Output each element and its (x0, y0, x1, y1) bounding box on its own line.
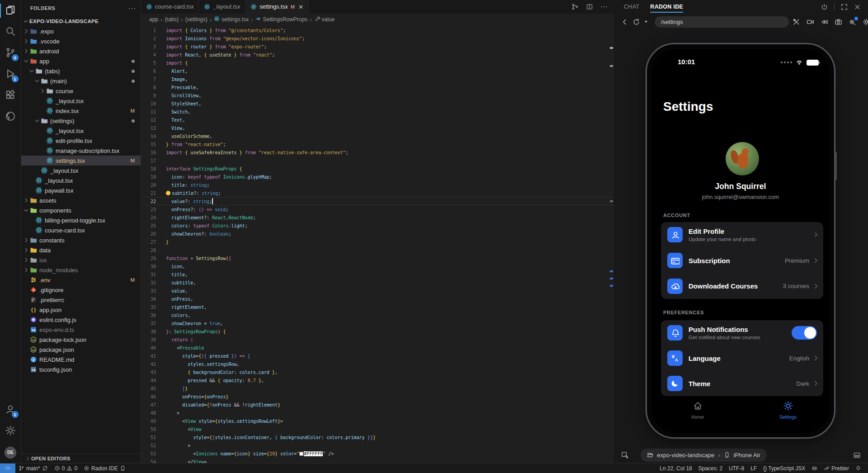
breadcrumb-item[interactable]: (tabs) (165, 16, 179, 23)
avatar[interactable] (726, 142, 759, 175)
settings-row-push-notifications[interactable]: Push NotificationsGet notified about new… (661, 320, 823, 345)
activity-source-control[interactable]: 3 (0, 43, 21, 64)
tree-item[interactable]: settings.tsxM (21, 156, 141, 166)
screenshot-icon[interactable] (835, 18, 842, 26)
settings-row-subscription[interactable]: SubscriptionPremium (661, 248, 823, 274)
open-editors-section[interactable]: OPEN EDITORS (21, 454, 141, 463)
tree-item[interactable]: TStsconfig.json (21, 364, 141, 374)
activity-explorer[interactable] (0, 0, 21, 21)
overview-ruler[interactable] (609, 25, 614, 463)
split-editor-icon[interactable] (586, 3, 593, 10)
cursor-position[interactable]: Ln 22, Col 18 (656, 464, 695, 473)
activity-run-and-debug[interactable]: 1 (0, 64, 21, 85)
radon-ide-status[interactable]: Radon IDE (80, 464, 129, 473)
tree-item[interactable]: _layout.tsx (21, 126, 141, 136)
activity-github[interactable] (0, 106, 21, 128)
power-icon[interactable] (821, 4, 828, 10)
phone-tab-home[interactable]: Home (670, 401, 725, 420)
tree-item[interactable]: JSpackage-lock.json (21, 335, 141, 345)
tree-item[interactable]: .expo (21, 26, 141, 36)
device-profile-icon[interactable] (849, 18, 856, 26)
tab-radon-ide[interactable]: RADON IDE (650, 0, 683, 14)
close-icon[interactable] (854, 4, 861, 10)
tree-item[interactable]: course (21, 86, 141, 96)
device-frame-toggle-icon[interactable] (853, 451, 861, 459)
screen-record-icon[interactable] (807, 18, 814, 26)
tree-item[interactable]: (main) (21, 76, 141, 86)
tree-item[interactable]: eslint.config.js (21, 315, 141, 325)
language-mode[interactable]: {} TypeScript JSX (760, 464, 808, 473)
tree-item[interactable]: components (21, 205, 141, 215)
breadcrumb-item[interactable]: value (314, 16, 335, 23)
activity-accounts[interactable]: 1 (0, 399, 21, 421)
remote-indicator[interactable] (0, 464, 15, 473)
tab-course-card.tsx[interactable]: course-card.tsx (141, 0, 199, 14)
dev-tools-icon[interactable] (793, 18, 800, 26)
tab-_layout.tsx[interactable]: _layout.tsx (199, 0, 245, 14)
settings-row-edit-profile[interactable]: Edit ProfileUpdate your name and photo (661, 222, 823, 248)
tree-item[interactable]: _layout.tsx (21, 96, 141, 106)
tree-item[interactable]: ios (21, 255, 141, 265)
close-icon[interactable]: ✕ (298, 4, 303, 10)
settings-row-language[interactable]: ALanguageEnglish (661, 345, 823, 371)
breadcrumb-item[interactable]: settings.tsx (214, 16, 249, 23)
breadcrumb-item[interactable]: (settings) (185, 16, 207, 23)
source-control-graph-icon[interactable] (571, 3, 579, 10)
activity-search[interactable] (0, 21, 21, 43)
activity-profile-avatar[interactable]: DE (0, 442, 21, 463)
tree-item[interactable]: .envM (21, 275, 141, 285)
indentation[interactable]: Spaces: 2 (695, 464, 726, 473)
back-button[interactable] (621, 18, 629, 26)
more-actions-icon[interactable]: ··· (128, 5, 136, 12)
formatter-item[interactable]: Prettier (821, 464, 852, 473)
replay-icon[interactable] (821, 18, 828, 26)
settings-row-downloaded-courses[interactable]: Downloaded Courses3 courses (661, 273, 823, 299)
iphone-screen[interactable]: 10:01 Settings John Squirrel john.squirr… (651, 49, 830, 433)
tree-item[interactable]: .gitignore (21, 285, 141, 295)
reload-button[interactable] (632, 18, 640, 26)
tree-item[interactable]: .vscode (21, 36, 141, 46)
reload-dropdown-icon[interactable] (644, 19, 648, 24)
problems-item[interactable]: 0 0 (51, 464, 80, 473)
git-branch-item[interactable]: main* (15, 464, 51, 473)
tree-item[interactable]: _layout.tsx (21, 175, 141, 185)
tree-item[interactable]: _layout.tsx (21, 166, 141, 175)
tree-item[interactable]: (settings) (21, 116, 141, 126)
tab-chat[interactable]: CHAT (624, 0, 639, 14)
tree-item[interactable]: node_modules (21, 265, 141, 275)
tree-item[interactable]: android (21, 46, 141, 56)
tree-item[interactable]: JSpackage.json (21, 345, 141, 355)
tree-item[interactable]: course-card.tsx (21, 225, 141, 235)
copilot-icon[interactable] (808, 464, 821, 473)
settings-gear-icon[interactable] (863, 18, 868, 26)
lightbulb-icon[interactable] (166, 191, 170, 195)
toggle-switch[interactable] (792, 326, 817, 340)
settings-row-theme[interactable]: ThemeDark (661, 371, 823, 396)
tree-root[interactable]: EXPO-VIDEO-LANDSCAPE (21, 16, 141, 26)
tree-item[interactable]: paywall.tsx (21, 185, 141, 195)
eol[interactable]: LF (747, 464, 760, 473)
activity-manage[interactable] (0, 421, 21, 442)
tree-item[interactable]: .prettierrc (21, 295, 141, 305)
fullscreen-icon[interactable] (841, 4, 848, 10)
tree-item[interactable]: edit-profile.tsx (21, 136, 141, 146)
tree-item[interactable]: {}app.json (21, 305, 141, 315)
tree-item[interactable]: manage-subscription.tsx (21, 146, 141, 156)
code-editor[interactable]: 1import { Colors } from "@/constants/Col… (141, 25, 614, 463)
tree-item[interactable]: index.tsxM (21, 106, 141, 116)
tree-item[interactable]: iREADME.md (21, 355, 141, 364)
more-actions-icon[interactable]: ··· (600, 3, 608, 11)
route-url-field[interactable]: /settings (655, 16, 789, 28)
encoding[interactable]: UTF-8 (726, 464, 747, 473)
tree-item[interactable]: (tabs) (21, 66, 141, 76)
tree-item[interactable]: TSexpo-env.d.ts (21, 325, 141, 335)
tab-settings.tsx[interactable]: settings.tsxM✕ (245, 0, 309, 14)
tree-item[interactable]: app (21, 56, 141, 66)
breadcrumb-item[interactable]: app (149, 16, 158, 23)
inspect-icon[interactable] (621, 451, 629, 459)
activity-extensions[interactable] (0, 85, 21, 106)
tree-item[interactable]: billing-period-toggle.tsx (21, 215, 141, 225)
phone-tab-settings[interactable]: Settings (761, 401, 815, 420)
notifications-bell-icon[interactable] (852, 464, 864, 473)
tree-item[interactable]: data (21, 245, 141, 255)
